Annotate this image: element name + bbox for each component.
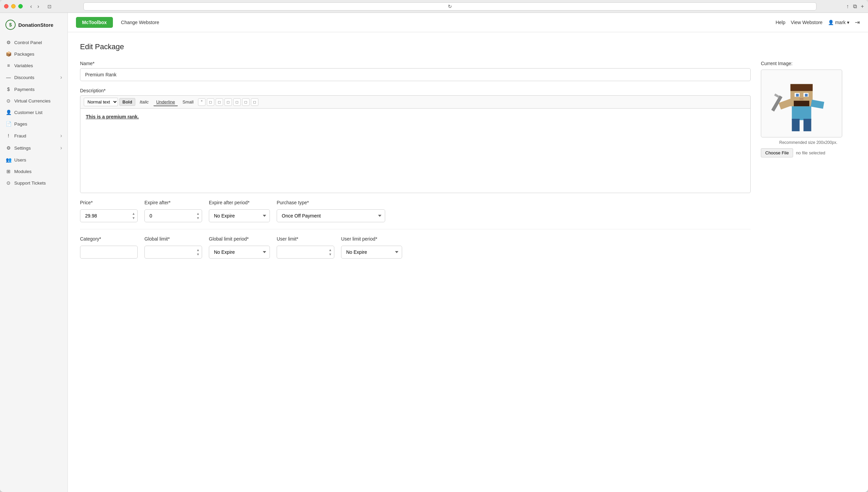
format-select[interactable]: Normal text xyxy=(84,98,118,106)
sidebar: $ DonationStore ⚙ Control Panel 📦 Packag… xyxy=(0,13,68,492)
svg-rect-12 xyxy=(804,119,811,131)
sidebar-item-packages[interactable]: 📦 Packages xyxy=(0,48,67,60)
sidebar-item-label: Settings xyxy=(14,146,31,151)
global-limit-input[interactable] xyxy=(144,246,202,259)
category-input[interactable] xyxy=(80,246,138,259)
sidebar-toggle-button[interactable]: ⊡ xyxy=(45,3,54,10)
main-content: Edit Package Name* Description* xyxy=(68,32,868,492)
user-limit-down[interactable]: ▼ xyxy=(328,252,332,257)
sidebar-item-control-panel[interactable]: ⚙ Control Panel xyxy=(0,37,67,48)
settings-icon: ⚙ xyxy=(5,145,12,151)
global-limit-down[interactable]: ▼ xyxy=(196,252,200,257)
list-icon[interactable]: □ xyxy=(207,98,214,106)
price-down-button[interactable]: ▼ xyxy=(132,216,136,220)
minimize-button[interactable] xyxy=(11,4,16,8)
global-limit-period-select[interactable]: No Expire xyxy=(209,246,270,259)
global-limit-period-group: Global limit period* No Expire xyxy=(209,236,270,259)
underline-button[interactable]: Underline xyxy=(153,98,178,106)
bold-button[interactable]: Bold xyxy=(119,98,135,106)
expire-period-label: Expire after period* xyxy=(209,200,270,205)
expire-period-group: Expire after period* No Expire Days Week… xyxy=(209,200,270,222)
list2-icon[interactable]: □ xyxy=(216,98,223,106)
name-input[interactable] xyxy=(80,68,751,81)
fullscreen-button[interactable]: + xyxy=(861,3,864,10)
description-editor[interactable]: This is a premium rank. xyxy=(80,108,751,193)
price-input[interactable] xyxy=(80,209,138,222)
sidebar-item-customer-list[interactable]: 👤 Customer List xyxy=(0,107,67,118)
help-button[interactable]: Help xyxy=(775,20,785,25)
purchase-type-select[interactable]: Once Off Payment Subscription xyxy=(277,209,385,222)
user-limit-stepper: ▲ ▼ xyxy=(328,248,332,257)
sidebar-item-label: Control Panel xyxy=(14,40,42,45)
global-limit-label: Global limit* xyxy=(144,236,202,242)
sidebar-item-modules[interactable]: ⊞ Modules xyxy=(0,166,67,177)
sidebar-item-label: Support Tickets xyxy=(14,181,46,186)
close-button[interactable] xyxy=(4,4,8,8)
global-limit-up[interactable]: ▲ xyxy=(196,248,200,252)
page-title: Edit Package xyxy=(80,42,856,51)
sidebar-item-label: Modules xyxy=(14,169,32,174)
italic-button[interactable]: Italic xyxy=(137,98,152,106)
purchase-type-group: Purchase type* Once Off Payment Subscrip… xyxy=(277,200,385,222)
header-right: Help View Webstore 👤 mark ▾ ⇥ xyxy=(775,19,860,26)
sidebar-item-label: Customer List xyxy=(14,110,42,115)
sidebar-item-payments[interactable]: $ Payments xyxy=(0,83,67,95)
svg-rect-11 xyxy=(792,119,800,131)
list4-icon[interactable]: □ xyxy=(233,98,241,106)
user-limit-wrap: ▲ ▼ xyxy=(277,246,334,259)
sidebar-item-support-tickets[interactable]: ⊙ Support Tickets xyxy=(0,177,67,189)
share-button[interactable]: ↑ xyxy=(846,3,849,10)
sidebar-item-settings[interactable]: ⚙ Settings xyxy=(0,142,67,154)
small-button[interactable]: Small xyxy=(179,98,197,106)
global-limit-group: Global limit* ▲ ▼ xyxy=(144,236,202,259)
expire-period-select[interactable]: No Expire Days Weeks Months Years xyxy=(209,209,270,222)
reload-button[interactable]: ↻ xyxy=(448,4,452,9)
store-name-button[interactable]: McToolbox xyxy=(76,17,113,28)
user-limit-period-label: User limit period* xyxy=(341,236,402,242)
logout-icon[interactable]: ⇥ xyxy=(855,19,860,26)
sidebar-item-pages[interactable]: 📄 Pages xyxy=(0,118,67,130)
sidebar-item-discounts[interactable]: — Discounts xyxy=(0,71,67,83)
expire-after-input[interactable] xyxy=(144,209,202,222)
list6-icon[interactable]: □ xyxy=(251,98,258,106)
sidebar-logo: $ DonationStore xyxy=(0,16,67,37)
chevron-down-icon: ▾ xyxy=(847,20,849,25)
pages-icon: 📄 xyxy=(5,121,12,127)
sidebar-item-virtual-currencies[interactable]: ⊙ Virtual Currencies xyxy=(0,95,67,107)
expire-after-input-wrap: ▲ ▼ xyxy=(144,209,202,222)
user-limit-up[interactable]: ▲ xyxy=(328,248,332,252)
expire-after-up-button[interactable]: ▲ xyxy=(196,212,200,216)
tab-button[interactable]: ⧉ xyxy=(853,3,857,10)
sidebar-item-label: Virtual Currencies xyxy=(14,98,51,103)
sidebar-item-label: Variables xyxy=(14,63,33,68)
fields-row: Price* ▲ ▼ xyxy=(80,200,751,222)
global-limit-stepper: ▲ ▼ xyxy=(196,248,200,257)
change-webstore-button[interactable]: Change Webstore xyxy=(117,17,163,28)
file-input-row: Choose File no file selected xyxy=(761,148,856,157)
list3-icon[interactable]: □ xyxy=(224,98,232,106)
user-limit-input[interactable] xyxy=(277,246,334,259)
current-image-label: Current Image: xyxy=(761,61,856,66)
view-webstore-button[interactable]: View Webstore xyxy=(791,20,823,25)
svg-rect-9 xyxy=(778,99,793,110)
back-button[interactable]: ‹ xyxy=(28,3,34,10)
sidebar-item-users[interactable]: 👥 Users xyxy=(0,154,67,166)
name-label: Name* xyxy=(80,61,751,66)
price-group: Price* ▲ ▼ xyxy=(80,200,138,222)
user-menu[interactable]: 👤 mark ▾ xyxy=(828,20,849,25)
header-bar: McToolbox Change Webstore Help View Webs… xyxy=(68,13,868,32)
user-limit-period-select[interactable]: No Expire xyxy=(341,246,402,259)
image-column: Current Image: xyxy=(761,61,856,259)
expire-after-down-button[interactable]: ▼ xyxy=(196,216,200,220)
expire-after-label: Expire after* xyxy=(144,200,202,205)
choose-file-button[interactable]: Choose File xyxy=(761,148,793,157)
sidebar-item-variables[interactable]: ≡ Variables xyxy=(0,60,67,71)
price-up-button[interactable]: ▲ xyxy=(132,212,136,216)
quote-icon[interactable]: " xyxy=(198,98,205,106)
address-bar[interactable]: ↻ xyxy=(83,2,816,11)
global-limit-wrap: ▲ ▼ xyxy=(144,246,202,259)
list5-icon[interactable]: □ xyxy=(242,98,250,106)
maximize-button[interactable] xyxy=(18,4,23,8)
forward-button[interactable]: › xyxy=(35,3,41,10)
sidebar-item-fraud[interactable]: ! Fraud xyxy=(0,130,67,142)
